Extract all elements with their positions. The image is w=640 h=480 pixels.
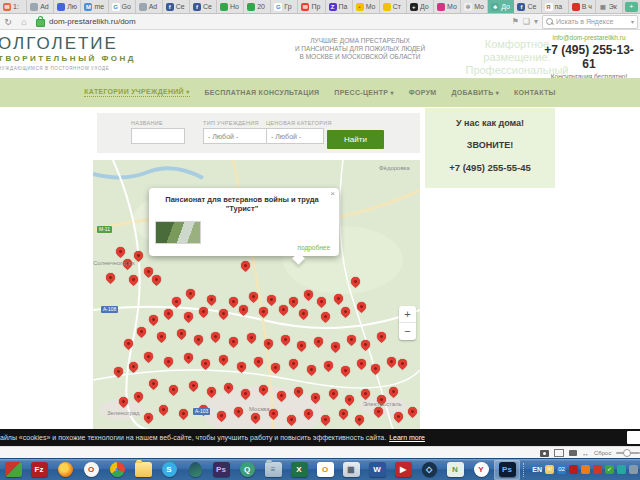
tray-orange-icon[interactable] xyxy=(581,465,590,474)
photoshop-blue-taskbar-button[interactable]: Ps xyxy=(494,460,520,480)
browser-tab[interactable]: Лю xyxy=(54,0,81,13)
tab-favicon: • xyxy=(356,3,364,11)
lock-icon[interactable] xyxy=(36,19,45,27)
filezilla-taskbar-button[interactable]: Fz xyxy=(26,460,52,480)
browser-tab[interactable]: GGo xyxy=(109,0,136,13)
browser-tab[interactable]: ✉Пр xyxy=(298,0,325,13)
find-button[interactable]: Найти xyxy=(327,130,384,149)
browser-tab[interactable]: Mme xyxy=(81,0,108,13)
egg-app-taskbar-button[interactable] xyxy=(182,460,208,480)
url-text[interactable]: dom-prestarelikh.ru/dom xyxy=(49,17,136,26)
new-tab-button[interactable]: + xyxy=(625,2,638,12)
photoshop-purple-taskbar-button[interactable]: Ps xyxy=(208,460,234,480)
browser-tab[interactable]: +До xyxy=(407,0,434,13)
excel-taskbar-button[interactable]: X xyxy=(286,460,312,480)
browser-tab[interactable]: В ч xyxy=(569,0,596,13)
reload-icon[interactable]: ↻ xyxy=(0,17,16,27)
tray-teal-icon[interactable] xyxy=(617,465,626,474)
browser-tab[interactable]: 20 xyxy=(244,0,271,13)
nav-item[interactable]: БЕСПЛАТНАЯ КОНСУЛЬТАЦИЯ xyxy=(205,89,320,96)
reset-button[interactable]: Сброс xyxy=(594,450,611,456)
folder-files-taskbar-button[interactable]: ≡ xyxy=(260,460,286,480)
zoom-out-button[interactable]: − xyxy=(399,323,416,339)
firefox-taskbar-button[interactable] xyxy=(52,460,78,480)
browser-tab[interactable]: fСе xyxy=(514,0,541,13)
browser-tab[interactable]: Мо xyxy=(434,0,461,13)
tab-label: Ad xyxy=(149,3,158,10)
calculator-taskbar-button[interactable]: ▦ xyxy=(338,460,364,480)
notepadpp-taskbar-button[interactable]: N xyxy=(442,460,468,480)
email-link[interactable]: info@dom-prestarelikh.ru xyxy=(540,34,638,41)
call-us-box: У нас как дома! ЗВОНИТЕ! +7 (495) 255-55… xyxy=(425,108,555,188)
tab-label: До xyxy=(501,3,510,10)
zoom-slider[interactable] xyxy=(616,452,640,454)
cookie-accept-button[interactable] xyxy=(627,431,640,444)
zoom-in-button[interactable]: + xyxy=(399,306,416,323)
chevron-down-icon[interactable]: ▾ xyxy=(534,17,538,26)
skype-taskbar-button[interactable]: S xyxy=(156,460,182,480)
tray-02-icon[interactable]: 02 xyxy=(557,465,566,474)
tray-red-icon[interactable] xyxy=(593,465,602,474)
arrows-icon[interactable]: ↔ xyxy=(582,450,589,457)
map-place-label: Москва xyxy=(249,406,269,412)
camera-icon[interactable] xyxy=(540,450,549,457)
tab-label: Се xyxy=(203,3,212,10)
nav-item[interactable]: КОНТАКТЫ xyxy=(514,89,556,96)
browser-tab[interactable]: ♣До xyxy=(488,0,514,13)
tab-label: па xyxy=(555,3,563,10)
photoshop-blue-icon: Ps xyxy=(499,462,516,477)
browser-tab[interactable]: ZПа xyxy=(326,0,353,13)
turbo-flag-icon[interactable]: ⚑ xyxy=(512,17,519,26)
tray-green-check-icon[interactable]: ✓ xyxy=(605,465,614,474)
tab-favicon xyxy=(572,3,580,11)
yandex-search-box[interactable]: Искать в Яндексе ▾ xyxy=(542,15,638,29)
price-select[interactable]: - Любой - xyxy=(266,128,324,144)
browser-tab[interactable]: fСе xyxy=(163,0,190,13)
search-disc-taskbar-button[interactable]: Q xyxy=(234,460,260,480)
language-indicator[interactable]: EN xyxy=(532,466,542,473)
outlook-taskbar-button[interactable]: O xyxy=(312,460,338,480)
hexagon-app-taskbar-button[interactable]: ◇ xyxy=(416,460,442,480)
tray-cut-icon[interactable] xyxy=(629,465,638,474)
explorer-folder-taskbar-button[interactable] xyxy=(130,460,156,480)
yandex-browser-taskbar-button[interactable]: Y xyxy=(468,460,494,480)
browser-tab[interactable]: GГр xyxy=(271,0,298,13)
nav-item[interactable]: КАТЕГОРИИ УЧРЕЖДЕНИЙ ▾ xyxy=(84,88,189,97)
type-select[interactable]: - Любой - xyxy=(203,128,267,144)
browser-tab[interactable]: Ad xyxy=(136,0,163,13)
sidebar-slogan: У нас как дома! xyxy=(425,118,555,128)
browser-tab[interactable]: fСе xyxy=(190,0,217,13)
browser-tab[interactable]: •Мо xyxy=(353,0,380,13)
tray-mail-icon[interactable]: ✉ xyxy=(545,465,554,474)
image-icon[interactable] xyxy=(569,450,577,456)
browser-tab[interactable]: ▦Эк xyxy=(596,0,623,13)
leaf-app-taskbar-button[interactable] xyxy=(0,460,26,480)
home-icon[interactable]: ⌂ xyxy=(16,17,32,27)
bookmark-icon[interactable]: ❏ xyxy=(523,17,530,26)
browser-tab[interactable]: Япа xyxy=(542,0,569,13)
search-chevron-icon[interactable]: ▾ xyxy=(631,18,634,25)
close-icon[interactable]: × xyxy=(330,189,335,198)
region-select-icon[interactable] xyxy=(554,449,564,457)
browser-tab[interactable]: ✻Мо xyxy=(461,0,488,13)
name-input[interactable] xyxy=(131,128,185,144)
browser-tab[interactable]: ✉1: xyxy=(0,0,27,13)
slider-knob[interactable] xyxy=(623,449,631,457)
popup-photo[interactable] xyxy=(155,221,201,244)
popup-details-link[interactable]: подробнее xyxy=(297,244,330,251)
browser-tab[interactable]: Ст xyxy=(380,0,407,13)
opera-taskbar-button[interactable]: O xyxy=(78,460,104,480)
browser-tab[interactable]: Но xyxy=(217,0,244,13)
hexagon-app-icon: ◇ xyxy=(422,462,437,477)
tray-flag-icon[interactable] xyxy=(569,465,578,474)
tab-favicon xyxy=(139,3,147,11)
browser-tab[interactable]: Ad xyxy=(27,0,54,13)
cookie-learn-more-link[interactable]: Learn more xyxy=(389,434,425,441)
nav-item[interactable]: ФОРУМ xyxy=(409,89,437,96)
chrome-taskbar-button[interactable]: ● xyxy=(104,460,130,480)
red-app-taskbar-button[interactable]: ▶ xyxy=(390,460,416,480)
nav-item[interactable]: ДОБАВИТЬ ▾ xyxy=(451,89,499,96)
nav-item[interactable]: ПРЕСС-ЦЕНТР ▾ xyxy=(334,89,393,96)
yandex-map[interactable]: СолнечногорскЗеленоградМоскваЭлектростал… xyxy=(93,160,420,430)
word-taskbar-button[interactable]: W xyxy=(364,460,390,480)
